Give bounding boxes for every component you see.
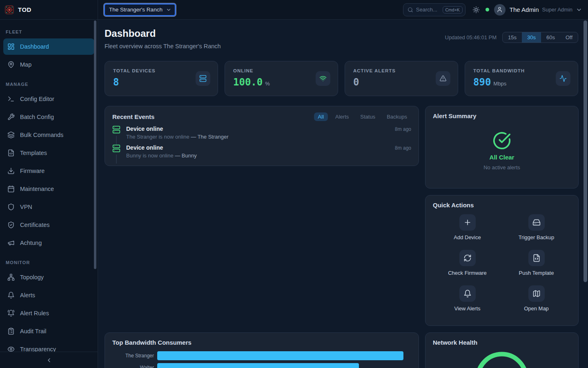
activity-icon bbox=[559, 75, 567, 82]
push-template-button[interactable]: Push Template bbox=[502, 250, 571, 276]
sidebar-item-label: Config Editor bbox=[20, 96, 54, 102]
layers-icon bbox=[7, 131, 15, 139]
event-filters: AllAlertsStatusBackups bbox=[314, 112, 411, 121]
sidebar-section-fleet: FLEET bbox=[3, 22, 94, 38]
layout-dashboard-icon bbox=[7, 43, 15, 50]
sidebar-item-achtung[interactable]: Achtung bbox=[3, 235, 94, 251]
network-health-card: Network Health 100 bbox=[425, 332, 579, 368]
sidebar-item-vpn[interactable]: VPN bbox=[3, 199, 94, 215]
sidebar-item-bulk-commands[interactable]: Bulk Commands bbox=[3, 127, 94, 143]
avatar[interactable] bbox=[494, 4, 506, 16]
updated-timestamp: Updated 05:46:01 PM bbox=[445, 34, 497, 40]
event-time: 8m ago bbox=[395, 126, 411, 132]
view-alerts-button[interactable]: View Alerts bbox=[433, 285, 502, 312]
sidebar-collapse-button[interactable] bbox=[0, 352, 98, 368]
sidebar-item-label: Bulk Commands bbox=[20, 132, 63, 138]
refresh-option-30s[interactable]: 30s bbox=[522, 32, 541, 43]
trigger-backup-button[interactable]: Trigger Backup bbox=[502, 214, 571, 240]
sidebar-item-audit-trail[interactable]: Audit Trail bbox=[3, 323, 94, 339]
bell-ring-icon bbox=[7, 310, 15, 317]
sidebar-item-topology[interactable]: Topology bbox=[3, 269, 94, 285]
events-filter-status[interactable]: Status bbox=[356, 112, 379, 121]
sidebar-item-config-editor[interactable]: Config Editor bbox=[3, 91, 94, 107]
stat-icon-tile bbox=[556, 71, 570, 86]
events-filter-all[interactable]: All bbox=[314, 112, 328, 121]
stat-value: 8 bbox=[113, 76, 119, 88]
file-code-icon bbox=[7, 149, 15, 157]
network-icon bbox=[7, 274, 15, 281]
sidebar-scrollbar[interactable] bbox=[94, 20, 96, 269]
quick-action-icon-tile bbox=[459, 285, 476, 302]
user-menu-chevron-down-icon[interactable] bbox=[576, 7, 582, 13]
sidebar-item-certificates[interactable]: Certificates bbox=[3, 217, 94, 233]
sidebar: FLEETDashboardMapMANAGEConfig EditorBatc… bbox=[0, 20, 98, 368]
alert-summary-title: Alert Summary bbox=[433, 112, 571, 119]
calendar-icon bbox=[7, 185, 15, 193]
clipboard-list-icon bbox=[7, 328, 15, 335]
events-filter-alerts[interactable]: Alerts bbox=[331, 112, 353, 121]
sidebar-item-label: Maintenance bbox=[20, 186, 54, 192]
sidebar-item-maintenance[interactable]: Maintenance bbox=[3, 181, 94, 197]
sidebar-item-firmware[interactable]: Firmware bbox=[3, 163, 94, 179]
quick-action-icon-tile bbox=[459, 250, 476, 266]
connection-status-dot bbox=[486, 8, 489, 11]
sidebar-item-batch-config[interactable]: Batch Config bbox=[3, 109, 94, 125]
sidebar-item-dashboard[interactable]: Dashboard bbox=[3, 38, 94, 55]
refresh-option-15s[interactable]: 15s bbox=[503, 32, 522, 43]
stat-value-row: 890Mbps bbox=[473, 76, 570, 88]
search-box[interactable]: Cmd+K bbox=[403, 3, 466, 16]
open-map-button[interactable]: Open Map bbox=[502, 285, 571, 312]
bar-category-label: Walter bbox=[112, 365, 157, 368]
tod-logo-icon bbox=[5, 5, 14, 14]
bar-category-label: The Stranger bbox=[112, 353, 157, 359]
main-scrollbar[interactable] bbox=[584, 20, 587, 282]
sidebar-item-label: VPN bbox=[20, 204, 32, 210]
search-shortcut-badge: Cmd+K bbox=[443, 6, 463, 13]
search-input[interactable] bbox=[416, 7, 440, 13]
event-time: 8m ago bbox=[395, 145, 411, 151]
sidebar-item-alerts[interactable]: Alerts bbox=[3, 287, 94, 303]
sidebar-item-label: Alert Rules bbox=[20, 310, 49, 316]
sidebar-item-alert-rules[interactable]: Alert Rules bbox=[3, 305, 94, 321]
alert-triangle-icon bbox=[439, 75, 447, 82]
download-icon bbox=[7, 167, 15, 175]
refresh-option-60s[interactable]: 60s bbox=[541, 32, 560, 43]
bell-icon bbox=[463, 289, 472, 298]
check-firmware-button[interactable]: Check Firmware bbox=[433, 250, 502, 276]
sidebar-item-map[interactable]: Map bbox=[3, 56, 94, 73]
stat-label: ONLINE bbox=[233, 68, 330, 73]
sidebar-item-templates[interactable]: Templates bbox=[3, 145, 94, 161]
add-device-button[interactable]: Add Device bbox=[433, 214, 502, 240]
user-icon bbox=[497, 7, 503, 13]
page-subtitle: Fleet overview across The Stranger's Ran… bbox=[105, 43, 221, 49]
event-device-name: — Bunny bbox=[175, 153, 196, 159]
quick-action-label: Open Map bbox=[524, 305, 549, 312]
stat-card-total-bandwidth: TOTAL BANDWIDTH890Mbps bbox=[465, 61, 578, 96]
events-filter-backups[interactable]: Backups bbox=[383, 112, 411, 121]
theme-toggle-sun-icon[interactable] bbox=[472, 6, 480, 13]
event-device-name: — The Stranger bbox=[191, 134, 228, 140]
stat-value-row: 100.0% bbox=[233, 76, 330, 88]
user-name: The Admin bbox=[510, 6, 539, 13]
topbar: TOD The Stranger's Ranch Cmd+K The Admin… bbox=[0, 0, 588, 20]
plus-icon bbox=[463, 218, 472, 227]
brand-name: TOD bbox=[18, 6, 31, 13]
bar bbox=[157, 351, 403, 360]
event-icon-column bbox=[112, 144, 120, 159]
recent-events-card: Recent Events AllAlertsStatusBackups Dev… bbox=[105, 106, 419, 166]
quick-action-label: Add Device bbox=[454, 234, 481, 240]
bandwidth-chart-title: Top Bandwidth Consumers bbox=[112, 339, 411, 346]
org-select[interactable]: The Stranger's Ranch bbox=[105, 4, 175, 16]
sidebar-section-manage: MANAGE bbox=[3, 74, 94, 91]
stat-value-row: 0 bbox=[353, 76, 450, 88]
event-title: Device online bbox=[126, 126, 395, 132]
stats-row: TOTAL DEVICES8ONLINE100.0%ACTIVE ALERTS0… bbox=[105, 61, 578, 96]
server-icon bbox=[112, 126, 120, 134]
refresh-option-off[interactable]: Off bbox=[560, 32, 578, 43]
quick-action-label: Trigger Backup bbox=[519, 234, 555, 240]
stat-label: TOTAL DEVICES bbox=[113, 68, 209, 73]
alert-summary-card: Alert Summary All Clear No active alerts bbox=[425, 106, 579, 188]
quick-action-icon-tile bbox=[459, 214, 476, 231]
map-pin-icon bbox=[7, 61, 15, 68]
main-content: Dashboard Fleet overview across The Stra… bbox=[98, 20, 588, 368]
